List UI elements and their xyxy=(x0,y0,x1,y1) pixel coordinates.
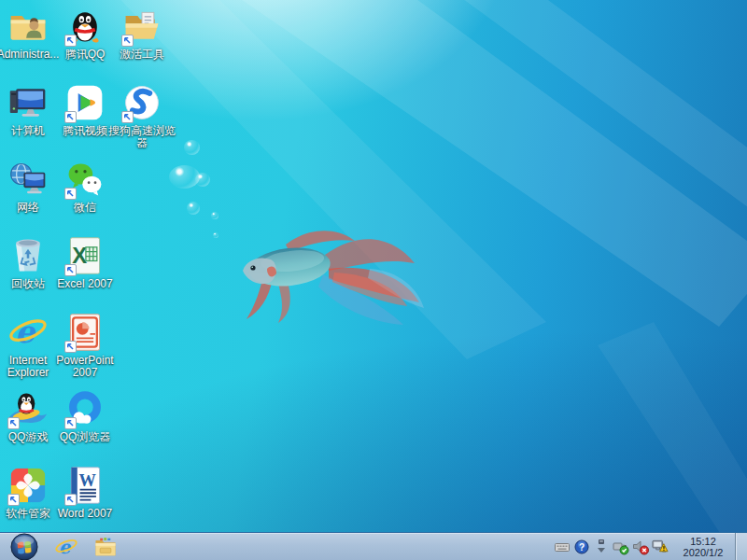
desktop-icon-excel[interactable]: X Excel 2007 xyxy=(57,234,113,311)
shortcut-arrow-icon xyxy=(7,417,20,429)
show-desktop-button[interactable] xyxy=(735,533,747,560)
computer-icon xyxy=(7,81,49,124)
taskbar-internet-explorer-button[interactable]: e xyxy=(47,533,86,560)
system-tray: ? xyxy=(554,537,669,557)
taskbar: e xyxy=(0,532,747,560)
word-icon: W xyxy=(63,464,106,507)
show-hidden-icons-button[interactable] xyxy=(593,537,610,557)
tencent-video-icon xyxy=(63,81,106,124)
icon-label: 激活工具 xyxy=(106,49,177,61)
desktop-icon-software-manager[interactable]: 软件管家 xyxy=(0,464,56,540)
icon-column-1: Administra... 计算机 xyxy=(0,5,56,540)
bubble xyxy=(184,140,200,155)
desktop-icon-word[interactable]: W Word 2007 xyxy=(57,464,113,540)
internet-explorer-icon: e xyxy=(54,535,78,559)
icon-label: Word 2007 xyxy=(49,508,120,520)
icon-column-2: 腾讯QQ 腾讯视频 xyxy=(57,5,113,540)
usb-safely-remove-icon[interactable] xyxy=(613,537,629,557)
icon-label: 搜狗高速浏览器 xyxy=(106,125,177,149)
network-warning-icon[interactable] xyxy=(652,537,669,557)
software-manager-icon xyxy=(7,464,49,507)
shortcut-arrow-icon xyxy=(121,111,134,123)
svg-text:?: ? xyxy=(579,542,585,553)
bubble xyxy=(195,173,210,187)
desktop-icon-qq[interactable]: 腾讯QQ xyxy=(57,5,113,81)
icon-label: 微信 xyxy=(49,202,120,214)
desktop-icon-recycle-bin[interactable]: 回收站 xyxy=(0,234,56,311)
shortcut-arrow-icon xyxy=(64,417,77,429)
shortcut-arrow-icon xyxy=(64,494,77,506)
desktop-icon-powerpoint[interactable]: PowerPoint 2007 xyxy=(57,311,113,387)
shortcut-arrow-icon xyxy=(121,35,134,47)
shortcut-arrow-icon xyxy=(64,341,77,353)
desktop-icon-tencent-video[interactable]: 腾讯视频 xyxy=(57,81,113,158)
excel-icon: X xyxy=(63,234,106,277)
shortcut-arrow-icon xyxy=(7,494,20,506)
bubble xyxy=(213,232,218,238)
icon-column-3: 激活工具 搜狗高速浏览器 xyxy=(114,5,170,158)
svg-text:W: W xyxy=(79,471,97,490)
desktop-icon-qq-games[interactable]: QQ游戏 xyxy=(0,387,56,464)
activation-tool-icon xyxy=(120,5,163,48)
shortcut-arrow-icon xyxy=(64,264,77,276)
shortcut-arrow-icon xyxy=(64,35,77,47)
qq-browser-icon xyxy=(63,387,106,430)
desktop-icon-internet-explorer[interactable]: e Internet Explorer xyxy=(0,311,56,387)
desktop-icon-wechat[interactable]: 微信 xyxy=(57,158,113,234)
taskbar-explorer-button[interactable] xyxy=(86,533,125,560)
desktop-icon-sogou-browser[interactable]: 搜狗高速浏览器 xyxy=(114,81,170,158)
taskbar-clock[interactable]: 15:12 2020/1/2 xyxy=(676,536,730,558)
start-button[interactable] xyxy=(2,533,47,560)
svg-text:e: e xyxy=(15,314,36,350)
user-folder-icon xyxy=(7,5,49,48)
help-question-icon[interactable]: ? xyxy=(573,537,590,557)
icon-label: PowerPoint 2007 xyxy=(49,355,120,379)
bubble xyxy=(187,202,200,215)
desktop-icon-activation-tool[interactable]: 激活工具 xyxy=(114,5,170,81)
bubble xyxy=(211,212,218,219)
keyboard-input-icon[interactable] xyxy=(554,537,571,557)
shortcut-arrow-icon xyxy=(64,111,77,123)
windows-start-orb-icon xyxy=(9,533,39,560)
internet-explorer-icon: e xyxy=(7,311,49,354)
icon-label: QQ浏览器 xyxy=(49,431,120,443)
qq-games-icon xyxy=(7,387,49,430)
desktop-icon-computer[interactable]: 计算机 xyxy=(0,81,56,158)
wechat-icon xyxy=(63,158,106,201)
svg-text:e: e xyxy=(59,536,72,557)
icon-label: Excel 2007 xyxy=(49,278,120,290)
desktop: Administra... 计算机 xyxy=(0,0,747,560)
volume-muted-icon[interactable] xyxy=(632,537,649,557)
betta-fish xyxy=(232,213,428,332)
desktop-icon-administrator[interactable]: Administra... xyxy=(0,5,56,81)
clock-date: 2020/1/2 xyxy=(676,547,730,558)
network-icon xyxy=(7,158,49,201)
recycle-bin-icon xyxy=(7,234,49,277)
clock-time: 15:12 xyxy=(676,536,730,547)
desktop-icon-qq-browser[interactable]: QQ浏览器 xyxy=(57,387,113,464)
sogou-browser-icon xyxy=(120,81,163,124)
desktop-icon-network[interactable]: 网络 xyxy=(0,158,56,234)
qq-icon xyxy=(63,5,106,48)
shortcut-arrow-icon xyxy=(64,188,77,200)
powerpoint-icon xyxy=(63,311,106,354)
windows-explorer-folder-icon xyxy=(92,535,119,559)
